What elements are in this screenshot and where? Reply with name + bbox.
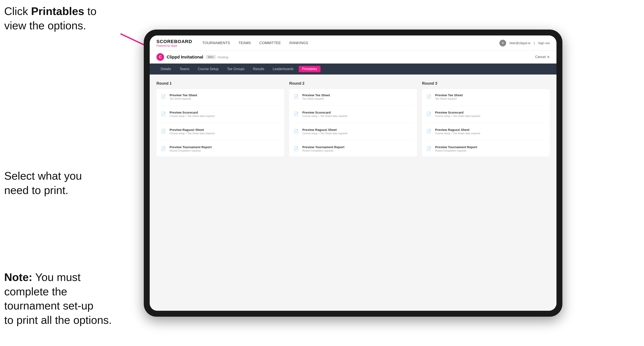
sign-out-link[interactable]: Sign out [538, 41, 550, 45]
divider [160, 140, 281, 140]
instruction-mid: Select what youneed to print. [4, 169, 82, 197]
tab-results[interactable]: Results [249, 64, 268, 75]
main-content: Round 1 📄 Preview Tee Sheet Tee Sheet re… [150, 75, 556, 311]
round3-raguzzi-title: Preview Raguzzi Sheet [435, 128, 480, 132]
divider [426, 123, 546, 123]
divider [426, 105, 546, 106]
instruction-bottom: Note: You mustcomplete thetournament set… [4, 270, 112, 327]
round-3-title: Round 3 [422, 81, 550, 86]
round-2-card: 📄 Preview Tee Sheet Tee Sheet required 📄… [289, 89, 417, 157]
round2-tee-sheet-title: Preview Tee Sheet [302, 93, 330, 97]
document-icon: 📄 [292, 93, 300, 100]
round1-report-subtitle: Round Completion required [170, 149, 212, 152]
instruction-top: Click Printables toview the options. [4, 4, 96, 33]
document-icon: 📄 [426, 111, 432, 117]
round1-scorecard[interactable]: 📄 Preview Scorecard Course setup + Tee S… [160, 110, 281, 118]
round2-tee-sheet-subtitle: Tee Sheet required [302, 97, 330, 100]
round-2-column: Round 2 📄 Preview Tee Sheet Tee Sheet re… [289, 81, 417, 157]
user-email: blair@clippd.io [510, 41, 530, 45]
round1-raguzzi-title: Preview Raguzzi Sheet [170, 128, 214, 132]
tournament-name: Clippd Invitational [166, 55, 203, 59]
logo-title: SCOREBOARD [156, 39, 192, 44]
document-icon: 📄 [426, 128, 432, 135]
round-1-column: Round 1 📄 Preview Tee Sheet Tee Sheet re… [156, 81, 284, 157]
divider [426, 140, 546, 140]
divider [160, 123, 281, 123]
round2-raguzzi-title: Preview Raguzzi Sheet [302, 128, 347, 132]
round3-report-title: Preview Tournament Report [435, 145, 477, 149]
top-nav: SCOREBOARD Powered by clippd TOURNAMENTS… [150, 35, 556, 51]
round3-scorecard-subtitle: Course setup + Tee Sheet data required [435, 115, 480, 118]
round2-scorecard[interactable]: 📄 Preview Scorecard Course setup + Tee S… [292, 110, 414, 118]
round2-raguzzi-subtitle: Course setup + Tee Sheet data required [302, 132, 347, 135]
nav-committee[interactable]: COMMITTEE [259, 40, 281, 46]
document-icon: 📄 [160, 93, 166, 100]
logo-sub: Powered by clippd [156, 44, 192, 47]
round3-scorecard[interactable]: 📄 Preview Scorecard Course setup + Tee S… [426, 110, 546, 118]
document-icon: 📄 [292, 128, 300, 135]
round2-report-subtitle: Round Completion required [302, 149, 344, 152]
round1-tee-sheet-title: Preview Tee Sheet [170, 93, 197, 97]
tournament-bar: C Clippd Invitational Men Hosting Cancel… [150, 51, 556, 64]
document-icon: 📄 [160, 111, 166, 117]
close-icon: ✕ [547, 55, 550, 59]
user-avatar: B [500, 40, 506, 46]
round1-report-title: Preview Tournament Report [170, 145, 212, 149]
document-icon: 📄 [426, 93, 432, 100]
document-icon: 📄 [160, 128, 166, 135]
tablet-device: SCOREBOARD Powered by clippd TOURNAMENTS… [144, 29, 562, 317]
round-1-title: Round 1 [156, 81, 284, 86]
round1-tournament-report[interactable]: 📄 Preview Tournament Report Round Comple… [160, 144, 281, 153]
top-nav-links: TOURNAMENTS TEAMS COMMITTEE RANKINGS [202, 40, 500, 46]
sub-nav: Details Teams Course Setup Tee Groups Re… [150, 64, 556, 75]
document-icon: 📄 [160, 145, 166, 152]
nav-teams[interactable]: TEAMS [238, 40, 251, 46]
round3-tee-sheet-subtitle: Tee Sheet required [435, 97, 463, 100]
tab-course-setup[interactable]: Course Setup [194, 64, 223, 75]
round1-tee-sheet-subtitle: Tee Sheet required [170, 97, 197, 100]
round3-report-subtitle: Round Completion required [435, 149, 477, 152]
tab-teams[interactable]: Teams [175, 64, 194, 75]
round2-tee-sheet[interactable]: 📄 Preview Tee Sheet Tee Sheet required [292, 92, 414, 101]
round3-scorecard-title: Preview Scorecard [435, 111, 480, 114]
tab-printables[interactable]: Printables [299, 66, 320, 72]
divider [160, 105, 281, 106]
round1-scorecard-subtitle: Course setup + Tee Sheet data required [170, 115, 214, 118]
round3-tee-sheet-title: Preview Tee Sheet [435, 93, 463, 97]
document-icon: 📄 [292, 145, 300, 152]
round1-tee-sheet[interactable]: 📄 Preview Tee Sheet Tee Sheet required [160, 92, 281, 101]
round-1-card: 📄 Preview Tee Sheet Tee Sheet required 📄… [156, 89, 284, 157]
top-nav-right: B blair@clippd.io | Sign out [500, 40, 550, 46]
round-3-card: 📄 Preview Tee Sheet Tee Sheet required 📄… [422, 89, 550, 157]
divider [292, 105, 414, 106]
pipe-separator: | [534, 41, 535, 45]
round2-tournament-report[interactable]: 📄 Preview Tournament Report Round Comple… [292, 144, 414, 153]
round2-report-title: Preview Tournament Report [302, 145, 344, 149]
tournament-badge: Men [206, 55, 216, 59]
divider [292, 123, 414, 123]
round2-scorecard-title: Preview Scorecard [302, 111, 347, 114]
round2-scorecard-subtitle: Course setup + Tee Sheet data required [302, 115, 347, 118]
round-3-column: Round 3 📄 Preview Tee Sheet Tee Sheet re… [422, 81, 550, 157]
cancel-button[interactable]: Cancel ✕ [535, 55, 550, 59]
nav-rankings[interactable]: RANKINGS [289, 40, 308, 46]
round1-raguzzi[interactable]: 📄 Preview Raguzzi Sheet Course setup + T… [160, 127, 281, 136]
round3-raguzzi[interactable]: 📄 Preview Raguzzi Sheet Course setup + T… [426, 127, 546, 136]
round3-raguzzi-subtitle: Course setup + Tee Sheet data required [435, 132, 480, 135]
tab-tee-groups[interactable]: Tee Groups [223, 64, 249, 75]
tab-leaderboards[interactable]: Leaderboards [268, 64, 298, 75]
rounds-grid: Round 1 📄 Preview Tee Sheet Tee Sheet re… [156, 81, 550, 157]
round3-tournament-report[interactable]: 📄 Preview Tournament Report Round Comple… [426, 144, 546, 153]
instruction-bold: Printables [31, 5, 84, 17]
round2-raguzzi[interactable]: 📄 Preview Raguzzi Sheet Course setup + T… [292, 127, 414, 136]
divider [292, 140, 414, 140]
nav-tournaments[interactable]: TOURNAMENTS [202, 40, 230, 46]
scoreboard-logo: SCOREBOARD Powered by clippd [156, 39, 192, 47]
round3-tee-sheet[interactable]: 📄 Preview Tee Sheet Tee Sheet required [426, 92, 546, 101]
tournament-status: Hosting [218, 55, 228, 59]
round1-raguzzi-subtitle: Course setup + Tee Sheet data required [170, 132, 214, 135]
round-2-title: Round 2 [289, 81, 417, 86]
tournament-logo-icon: C [156, 53, 164, 61]
round1-scorecard-title: Preview Scorecard [170, 111, 214, 114]
tab-details[interactable]: Details [156, 64, 175, 75]
